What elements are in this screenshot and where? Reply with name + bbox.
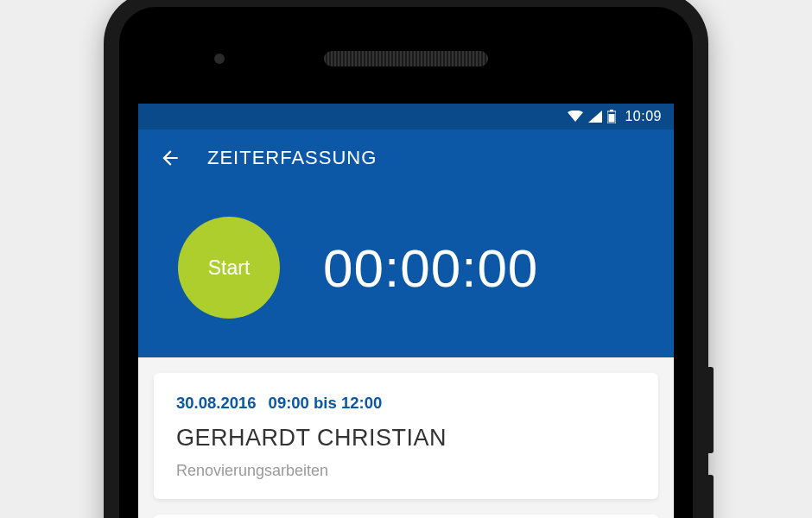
entry-datetime: 30.08.201609:00 bis 12:00 xyxy=(176,394,636,413)
power-button xyxy=(707,367,714,453)
entries-list: 30.08.201609:00 bis 12:00 GERHARDT CHRIS… xyxy=(138,357,674,518)
status-bar: 10:09 xyxy=(138,104,674,130)
app-screen: 10:09 ZEITERFASSUNG Start 00:00:00 xyxy=(138,104,674,518)
front-camera xyxy=(214,54,225,64)
app-bar: ZEITERFASSUNG xyxy=(138,130,674,186)
time-entry-card[interactable]: 29.08.201614:00 bis 17:00 xyxy=(154,515,658,518)
entry-date: 30.08.2016 xyxy=(176,394,257,412)
side-button xyxy=(707,475,714,518)
battery-icon xyxy=(607,110,616,123)
entry-description: Renovierungsarbeiten xyxy=(176,462,636,480)
start-button[interactable]: Start xyxy=(178,217,280,319)
speaker-grille xyxy=(324,51,488,66)
phone-frame: 10:09 ZEITERFASSUNG Start 00:00:00 xyxy=(104,0,708,518)
back-arrow-icon[interactable] xyxy=(159,147,181,169)
wifi-icon xyxy=(568,111,583,123)
entry-customer-name: GERHARDT CHRISTIAN xyxy=(176,425,636,452)
entry-time-range: 09:00 bis 12:00 xyxy=(269,394,383,412)
cell-signal-icon xyxy=(588,111,602,123)
timer-display: 00:00:00 xyxy=(323,237,538,299)
timer-panel: Start 00:00:00 xyxy=(138,186,674,357)
svg-rect-2 xyxy=(609,114,615,123)
time-entry-card[interactable]: 30.08.201609:00 bis 12:00 GERHARDT CHRIS… xyxy=(154,373,658,499)
app-title: ZEITERFASSUNG xyxy=(207,147,377,169)
phone-sensors xyxy=(119,41,693,76)
start-button-label: Start xyxy=(208,256,251,280)
status-clock: 10:09 xyxy=(625,109,662,124)
